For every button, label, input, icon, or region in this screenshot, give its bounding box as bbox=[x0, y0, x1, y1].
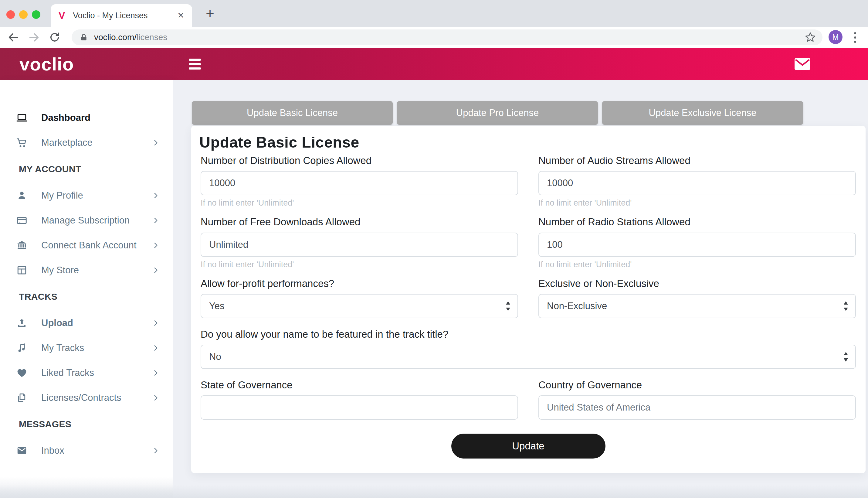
field-label: Number of Radio Stations Allowed bbox=[538, 215, 856, 228]
update-button[interactable]: Update bbox=[451, 434, 605, 459]
credit-card-icon bbox=[16, 214, 28, 226]
browser-toolbar: voclio.com/licenses M bbox=[0, 27, 868, 48]
field-label: Number of Audio Streams Allowed bbox=[538, 154, 856, 167]
field-name-featured: Do you allow your name to be featured in… bbox=[201, 318, 856, 369]
field-free-downloads: Number of Free Downloads Allowed If no l… bbox=[201, 208, 518, 269]
sidebar-section-tracks: TRACKS bbox=[0, 283, 173, 311]
forward-icon[interactable] bbox=[28, 31, 40, 43]
storefront-icon bbox=[16, 264, 28, 276]
sidebar-item-upload[interactable]: Upload bbox=[0, 311, 173, 336]
sidebar-item-label: Connect Bank Account bbox=[41, 240, 136, 251]
documents-icon bbox=[16, 392, 28, 404]
url-domain: voclio.com/ bbox=[94, 32, 136, 42]
back-icon[interactable] bbox=[7, 31, 19, 43]
chevron-right-icon bbox=[152, 192, 160, 199]
envelope-icon bbox=[16, 445, 28, 457]
main-content: Update Basic License Update Pro License … bbox=[173, 80, 868, 498]
upload-icon bbox=[16, 317, 28, 329]
state-governance-input[interactable] bbox=[201, 395, 518, 420]
form-grid: Number of Distribution Copies Allowed If… bbox=[201, 151, 856, 420]
address-bar[interactable]: voclio.com/licenses bbox=[72, 29, 823, 45]
url-path: licenses bbox=[136, 32, 167, 42]
field-label: State of Governance bbox=[201, 379, 518, 391]
sidebar-item-liked-tracks[interactable]: Liked Tracks bbox=[0, 361, 173, 385]
tab-update-exclusive-license[interactable]: Update Exclusive License bbox=[602, 101, 803, 125]
free-downloads-input[interactable] bbox=[201, 233, 518, 257]
sidebar-item-my-tracks[interactable]: My Tracks bbox=[0, 336, 173, 361]
cart-icon bbox=[16, 137, 28, 149]
field-audio-streams: Number of Audio Streams Allowed If no li… bbox=[538, 151, 856, 208]
bank-icon bbox=[16, 239, 28, 251]
tab-update-pro-license[interactable]: Update Pro License bbox=[397, 101, 598, 125]
sidebar-item-my-profile[interactable]: My Profile bbox=[0, 183, 173, 208]
window-zoom-button[interactable] bbox=[32, 10, 40, 19]
chevron-right-icon bbox=[152, 394, 160, 402]
sidebar-section-messages: MESSAGES bbox=[0, 410, 173, 438]
browser-menu-icon[interactable] bbox=[851, 31, 859, 44]
field-country-governance: Country of Governance bbox=[538, 369, 856, 420]
sidebar-item-inbox[interactable]: Inbox bbox=[0, 438, 173, 463]
radio-stations-input[interactable] bbox=[538, 233, 856, 257]
update-basic-license-card: Update Basic License Number of Distribut… bbox=[191, 126, 866, 473]
country-governance-input[interactable] bbox=[538, 395, 856, 420]
license-tab-row: Update Basic License Update Pro License … bbox=[192, 101, 803, 125]
browser-tab[interactable]: V Voclio - My Licenses ✕ bbox=[51, 4, 192, 27]
window-close-button[interactable] bbox=[6, 10, 15, 19]
field-label: Allow for-profit performances? bbox=[201, 277, 518, 290]
browser-tab-strip: V Voclio - My Licenses ✕ + bbox=[0, 0, 868, 27]
sidebar-item-my-store[interactable]: My Store bbox=[0, 258, 173, 283]
sidebar-item-label: Liked Tracks bbox=[41, 367, 94, 378]
name-featured-select[interactable]: No bbox=[201, 345, 856, 369]
heart-icon bbox=[16, 367, 28, 379]
window-minimize-button[interactable] bbox=[19, 10, 28, 19]
sidebar-item-label: Upload bbox=[41, 318, 73, 329]
field-distribution-copies: Number of Distribution Copies Allowed If… bbox=[201, 151, 518, 208]
tab-update-basic-license[interactable]: Update Basic License bbox=[192, 101, 393, 125]
sidebar-item-manage-subscription[interactable]: Manage Subscription bbox=[0, 208, 173, 233]
sidebar-item-label: Licenses/Contracts bbox=[41, 392, 121, 403]
select-value: No bbox=[209, 351, 221, 362]
music-note-icon bbox=[16, 342, 28, 354]
field-label: Country of Governance bbox=[538, 379, 856, 391]
field-exclusive: Exclusive or Non-Exclusive Non-Exclusive bbox=[538, 269, 856, 318]
field-helper-text: If no limit enter 'Unlimited' bbox=[538, 198, 856, 208]
sidebar-item-licenses-contracts[interactable]: Licenses/Contracts bbox=[0, 385, 173, 410]
sidebar-item-label: My Store bbox=[41, 265, 79, 276]
sidebar-item-marketplace[interactable]: Marketplace bbox=[0, 130, 173, 155]
field-helper-text: If no limit enter 'Unlimited' bbox=[201, 260, 518, 269]
browser-profile-avatar[interactable]: M bbox=[829, 30, 842, 44]
chevron-right-icon bbox=[152, 266, 160, 274]
distribution-copies-input[interactable] bbox=[201, 171, 518, 195]
messages-envelope-icon[interactable] bbox=[794, 58, 810, 70]
close-tab-icon[interactable]: ✕ bbox=[177, 11, 184, 20]
user-icon bbox=[16, 189, 28, 202]
field-label: Number of Distribution Copies Allowed bbox=[201, 154, 518, 167]
select-arrows-icon bbox=[842, 301, 849, 312]
app-header: voclio voclio bbox=[0, 48, 868, 80]
for-profit-select[interactable]: Yes bbox=[201, 294, 518, 318]
new-tab-button[interactable]: + bbox=[202, 5, 218, 22]
sidebar-item-label: My Profile bbox=[41, 190, 83, 201]
reload-icon[interactable] bbox=[49, 31, 61, 43]
voclio-logo: voclio bbox=[19, 54, 74, 75]
sidebar-item-dashboard[interactable]: Dashboard bbox=[0, 105, 173, 130]
lock-icon[interactable] bbox=[79, 32, 89, 42]
field-radio-stations: Number of Radio Stations Allowed If no l… bbox=[538, 208, 856, 269]
chevron-right-icon bbox=[152, 369, 160, 377]
page-title: Update Basic License bbox=[199, 134, 856, 151]
sidebar-item-label: Marketplace bbox=[41, 137, 93, 148]
bookmark-star-icon[interactable] bbox=[804, 31, 816, 43]
sidebar-item-connect-bank-account[interactable]: Connect Bank Account bbox=[0, 233, 173, 258]
hamburger-menu-icon[interactable] bbox=[189, 58, 201, 69]
chevron-right-icon bbox=[152, 447, 160, 455]
chevron-right-icon bbox=[152, 319, 160, 327]
audio-streams-input[interactable] bbox=[538, 171, 856, 195]
sidebar-item-label: Manage Subscription bbox=[41, 215, 130, 226]
field-for-profit: Allow for-profit performances? Yes bbox=[201, 269, 518, 318]
chevron-right-icon bbox=[152, 217, 160, 224]
exclusive-select[interactable]: Non-Exclusive bbox=[538, 294, 856, 318]
sidebar-item-label: Inbox bbox=[41, 445, 64, 456]
sidebar-item-label: Dashboard bbox=[41, 112, 91, 123]
sidebar-item-label: My Tracks bbox=[41, 342, 84, 353]
field-label: Do you allow your name to be featured in… bbox=[201, 328, 856, 340]
